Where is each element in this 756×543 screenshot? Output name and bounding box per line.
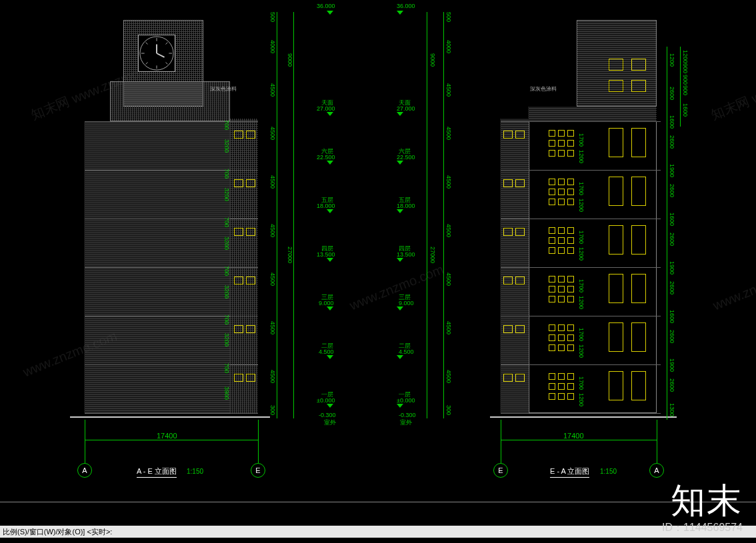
dim: 1600	[669, 213, 675, 226]
brand-watermark: 知末	[671, 478, 743, 524]
elevation-left: 深灰色涂料 3900 700 3200 700 3200 700 3200 70…	[70, 13, 357, 480]
window	[515, 228, 525, 236]
level-name: 室外	[324, 418, 336, 427]
window	[246, 276, 255, 284]
level-elev: -0.300	[319, 412, 336, 418]
svg-line-5	[146, 43, 148, 45]
dim: 4500	[269, 127, 276, 140]
window	[503, 179, 513, 187]
rightwing-hatch	[230, 119, 258, 413]
svg-line-7	[146, 63, 148, 65]
dim-line	[443, 12, 444, 418]
dim: 1200	[578, 296, 585, 309]
level-marker-icon	[397, 306, 403, 310]
dim: 1200	[578, 150, 585, 163]
window	[246, 374, 255, 382]
floor-line	[85, 316, 258, 316]
dim: 1200	[578, 199, 585, 212]
level-elev: 22.500	[317, 154, 335, 161]
grid-bubble-e: E	[493, 463, 508, 478]
grid-line	[85, 450, 85, 463]
level-elev: 36.000	[317, 3, 335, 9]
level-elev: 27.000	[397, 105, 415, 112]
dim: 3200	[223, 139, 230, 153]
window	[246, 325, 255, 333]
id-watermark: ID：1144569574	[662, 521, 743, 535]
dim: 4500	[269, 83, 276, 97]
clock-icon	[138, 35, 175, 72]
ground-line	[70, 416, 270, 418]
dim-line	[501, 440, 657, 440]
grid-line	[657, 450, 657, 463]
ground-line	[490, 416, 677, 418]
dim-line	[85, 440, 258, 440]
dim: 4500	[445, 321, 452, 334]
dim-line	[293, 12, 294, 418]
dim: 1600	[682, 103, 689, 117]
dim: 4500	[269, 175, 276, 189]
floor-line	[85, 219, 258, 219]
dim: 1600	[669, 310, 675, 323]
dim: 1700	[578, 328, 585, 341]
view-scale: 1:150	[187, 468, 203, 475]
dim-ext	[657, 420, 657, 450]
dim: 700	[223, 169, 230, 179]
dim: 4500	[445, 224, 452, 237]
dim: 9000	[287, 53, 293, 67]
floor-line	[85, 121, 258, 122]
dim: 1200	[669, 53, 675, 67]
level-marker-icon	[397, 209, 403, 213]
dim: 3200	[223, 188, 230, 201]
window	[234, 276, 243, 284]
window	[515, 374, 525, 382]
window	[515, 325, 525, 333]
svg-line-8	[166, 43, 168, 45]
dim: 4500	[445, 175, 452, 189]
floor-line	[501, 316, 661, 316]
level-marker-icon	[397, 11, 403, 15]
level-marker-icon	[397, 355, 403, 359]
dim-line	[427, 12, 427, 418]
dim: 2600	[669, 281, 675, 294]
level-elev: 13.500	[397, 251, 415, 258]
dim: 4500	[445, 127, 452, 140]
level-elev: 36.000	[397, 3, 415, 9]
level-name: 室外	[400, 418, 412, 427]
dim: 4500	[445, 83, 452, 97]
dim: 1600	[669, 115, 675, 129]
level-marker-icon	[327, 161, 333, 165]
window	[503, 228, 513, 236]
floor-line	[501, 121, 661, 122]
command-prompt-text: 比例(S)/窗口(W)/对象(O)] <实时>:	[3, 528, 112, 536]
dim-ext	[501, 420, 501, 450]
width-dim: 17400	[563, 432, 584, 440]
level-elev: 13.500	[317, 251, 335, 258]
dim: 1200	[682, 50, 689, 63]
floor-line	[85, 170, 258, 171]
dim: 1700	[578, 133, 585, 147]
dim: 1700	[578, 231, 585, 244]
dim: 4500	[445, 272, 452, 286]
grid-line	[501, 450, 501, 463]
dim: 1700	[578, 376, 585, 390]
dim: 4500	[269, 224, 276, 237]
dim: 2600	[669, 87, 675, 100]
level-marker-icon	[327, 11, 333, 15]
dim: 3200	[223, 285, 230, 298]
dim: 3200	[223, 333, 230, 346]
dim: 700	[223, 363, 230, 373]
dim: 300	[269, 405, 276, 415]
dim: 500	[445, 12, 452, 22]
level-elev: ±0.000	[317, 397, 335, 404]
window	[246, 228, 255, 236]
level-elev: 22.500	[397, 154, 415, 161]
level-elev: ±0.000	[397, 397, 415, 404]
cad-canvas[interactable]: 知末网 www.znzmo.com www.znzmo.com www.znzm…	[0, 0, 756, 543]
window	[246, 179, 255, 187]
level-marker-icon	[397, 112, 403, 116]
command-statusbar[interactable]: 比例(S)/窗口(W)/对象(O)] <实时>:	[0, 526, 756, 538]
window	[234, 325, 243, 333]
level-marker-icon	[327, 112, 333, 116]
window	[503, 325, 513, 333]
width-dim: 17400	[157, 432, 177, 440]
